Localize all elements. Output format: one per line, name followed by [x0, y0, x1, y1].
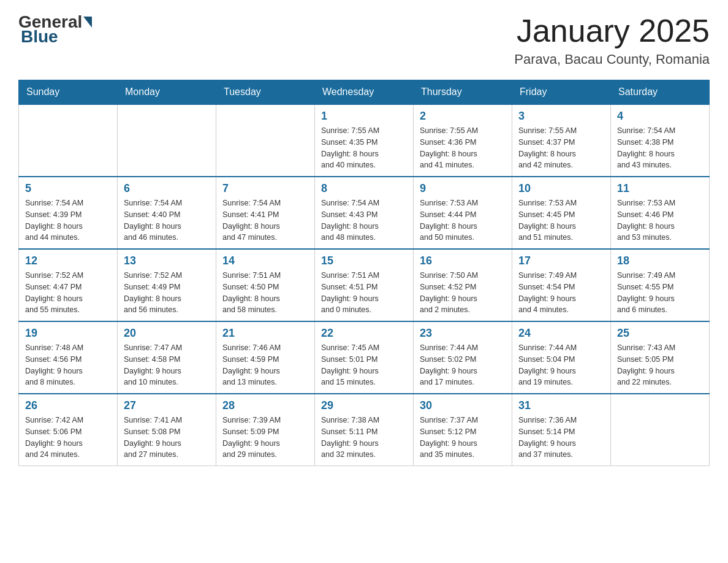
- column-header-monday: Monday: [118, 80, 216, 105]
- day-info: Sunrise: 7:49 AM Sunset: 4:54 PM Dayligh…: [518, 270, 604, 316]
- day-number: 17: [518, 255, 604, 267]
- day-number: 22: [321, 327, 407, 340]
- calendar-table: SundayMondayTuesdayWednesdayThursdayFrid…: [18, 80, 710, 466]
- day-number: 1: [321, 110, 407, 123]
- column-header-thursday: Thursday: [414, 80, 512, 105]
- calendar-cell: 11Sunrise: 7:53 AM Sunset: 4:46 PM Dayli…: [611, 177, 710, 249]
- day-number: 8: [321, 182, 407, 195]
- week-row-5: 26Sunrise: 7:42 AM Sunset: 5:06 PM Dayli…: [19, 394, 710, 466]
- day-info: Sunrise: 7:55 AM Sunset: 4:36 PM Dayligh…: [420, 125, 506, 171]
- calendar-cell: 7Sunrise: 7:54 AM Sunset: 4:41 PM Daylig…: [216, 177, 315, 249]
- calendar-cell: 17Sunrise: 7:49 AM Sunset: 4:54 PM Dayli…: [512, 249, 611, 321]
- day-number: 26: [25, 399, 111, 412]
- calendar-cell: 16Sunrise: 7:50 AM Sunset: 4:52 PM Dayli…: [414, 249, 512, 321]
- day-info: Sunrise: 7:44 AM Sunset: 5:04 PM Dayligh…: [518, 342, 604, 388]
- logo-blue-text: Blue: [21, 27, 58, 46]
- calendar-cell: 3Sunrise: 7:55 AM Sunset: 4:37 PM Daylig…: [512, 104, 611, 177]
- day-number: 4: [617, 110, 703, 123]
- calendar-cell: 9Sunrise: 7:53 AM Sunset: 4:44 PM Daylig…: [414, 177, 512, 249]
- column-header-tuesday: Tuesday: [216, 80, 315, 105]
- week-row-3: 12Sunrise: 7:52 AM Sunset: 4:47 PM Dayli…: [19, 249, 710, 321]
- calendar-cell: [216, 104, 315, 177]
- day-info: Sunrise: 7:51 AM Sunset: 4:51 PM Dayligh…: [321, 270, 407, 316]
- logo: General Blue: [18, 12, 93, 47]
- calendar-cell: 26Sunrise: 7:42 AM Sunset: 5:06 PM Dayli…: [19, 394, 118, 466]
- day-number: 2: [420, 110, 506, 123]
- day-number: 20: [124, 327, 210, 340]
- day-number: 6: [124, 182, 210, 195]
- day-info: Sunrise: 7:48 AM Sunset: 4:56 PM Dayligh…: [25, 342, 111, 388]
- calendar-cell: 2Sunrise: 7:55 AM Sunset: 4:36 PM Daylig…: [414, 104, 512, 177]
- column-header-sunday: Sunday: [19, 80, 118, 105]
- day-info: Sunrise: 7:51 AM Sunset: 4:50 PM Dayligh…: [222, 270, 308, 316]
- day-number: 9: [420, 182, 506, 195]
- day-number: 7: [222, 182, 308, 195]
- calendar-cell: 12Sunrise: 7:52 AM Sunset: 4:47 PM Dayli…: [19, 249, 118, 321]
- calendar-cell: 8Sunrise: 7:54 AM Sunset: 4:43 PM Daylig…: [315, 177, 414, 249]
- column-header-wednesday: Wednesday: [315, 80, 414, 105]
- day-info: Sunrise: 7:45 AM Sunset: 5:01 PM Dayligh…: [321, 342, 407, 388]
- day-info: Sunrise: 7:54 AM Sunset: 4:43 PM Dayligh…: [321, 197, 407, 243]
- week-row-4: 19Sunrise: 7:48 AM Sunset: 4:56 PM Dayli…: [19, 321, 710, 394]
- day-number: 31: [518, 399, 604, 412]
- calendar-cell: 29Sunrise: 7:38 AM Sunset: 5:11 PM Dayli…: [315, 394, 414, 466]
- day-number: 14: [222, 255, 308, 267]
- calendar-cell: 10Sunrise: 7:53 AM Sunset: 4:45 PM Dayli…: [512, 177, 611, 249]
- calendar-cell: 5Sunrise: 7:54 AM Sunset: 4:39 PM Daylig…: [19, 177, 118, 249]
- day-number: 13: [124, 255, 210, 267]
- day-info: Sunrise: 7:43 AM Sunset: 5:05 PM Dayligh…: [617, 342, 703, 388]
- calendar-cell: 20Sunrise: 7:47 AM Sunset: 4:58 PM Dayli…: [118, 321, 216, 394]
- day-number: 24: [518, 327, 604, 340]
- column-header-saturday: Saturday: [611, 80, 710, 105]
- calendar-cell: 6Sunrise: 7:54 AM Sunset: 4:40 PM Daylig…: [118, 177, 216, 249]
- day-info: Sunrise: 7:53 AM Sunset: 4:44 PM Dayligh…: [420, 197, 506, 243]
- day-info: Sunrise: 7:49 AM Sunset: 4:55 PM Dayligh…: [617, 270, 703, 316]
- calendar-cell: 23Sunrise: 7:44 AM Sunset: 5:02 PM Dayli…: [414, 321, 512, 394]
- day-info: Sunrise: 7:52 AM Sunset: 4:49 PM Dayligh…: [124, 270, 210, 316]
- day-number: 15: [321, 255, 407, 267]
- day-number: 18: [617, 255, 703, 267]
- day-number: 23: [420, 327, 506, 340]
- day-number: 27: [124, 399, 210, 412]
- title-area: January 2025 Parava, Bacau County, Roman…: [514, 12, 710, 67]
- day-info: Sunrise: 7:42 AM Sunset: 5:06 PM Dayligh…: [25, 415, 111, 461]
- day-info: Sunrise: 7:39 AM Sunset: 5:09 PM Dayligh…: [222, 415, 308, 461]
- day-number: 28: [222, 399, 308, 412]
- column-header-friday: Friday: [512, 80, 611, 105]
- day-number: 12: [25, 255, 111, 267]
- week-row-2: 5Sunrise: 7:54 AM Sunset: 4:39 PM Daylig…: [19, 177, 710, 249]
- day-info: Sunrise: 7:38 AM Sunset: 5:11 PM Dayligh…: [321, 415, 407, 461]
- day-number: 5: [25, 182, 111, 195]
- day-info: Sunrise: 7:54 AM Sunset: 4:40 PM Dayligh…: [124, 197, 210, 243]
- calendar-cell: 30Sunrise: 7:37 AM Sunset: 5:12 PM Dayli…: [414, 394, 512, 466]
- calendar-cell: [118, 104, 216, 177]
- day-info: Sunrise: 7:50 AM Sunset: 4:52 PM Dayligh…: [420, 270, 506, 316]
- day-info: Sunrise: 7:37 AM Sunset: 5:12 PM Dayligh…: [420, 415, 506, 461]
- calendar-cell: 14Sunrise: 7:51 AM Sunset: 4:50 PM Dayli…: [216, 249, 315, 321]
- day-info: Sunrise: 7:54 AM Sunset: 4:39 PM Dayligh…: [25, 197, 111, 243]
- logo-triangle-icon: [83, 17, 92, 28]
- day-number: 30: [420, 399, 506, 412]
- calendar-cell: 1Sunrise: 7:55 AM Sunset: 4:35 PM Daylig…: [315, 104, 414, 177]
- location-title: Parava, Bacau County, Romania: [514, 52, 710, 67]
- day-number: 11: [617, 182, 703, 195]
- calendar-cell: 22Sunrise: 7:45 AM Sunset: 5:01 PM Dayli…: [315, 321, 414, 394]
- calendar-cell: [611, 394, 710, 466]
- month-title: January 2025: [514, 12, 710, 49]
- calendar-header-row: SundayMondayTuesdayWednesdayThursdayFrid…: [19, 80, 710, 105]
- day-number: 29: [321, 399, 407, 412]
- calendar-cell: [19, 104, 118, 177]
- day-info: Sunrise: 7:47 AM Sunset: 4:58 PM Dayligh…: [124, 342, 210, 388]
- calendar-cell: 15Sunrise: 7:51 AM Sunset: 4:51 PM Dayli…: [315, 249, 414, 321]
- week-row-1: 1Sunrise: 7:55 AM Sunset: 4:35 PM Daylig…: [19, 104, 710, 177]
- calendar-cell: 28Sunrise: 7:39 AM Sunset: 5:09 PM Dayli…: [216, 394, 315, 466]
- page-header: General Blue January 2025 Parava, Bacau …: [18, 12, 710, 67]
- calendar-cell: 31Sunrise: 7:36 AM Sunset: 5:14 PM Dayli…: [512, 394, 611, 466]
- day-number: 16: [420, 255, 506, 267]
- calendar-cell: 4Sunrise: 7:54 AM Sunset: 4:38 PM Daylig…: [611, 104, 710, 177]
- day-info: Sunrise: 7:53 AM Sunset: 4:45 PM Dayligh…: [518, 197, 604, 243]
- calendar-cell: 18Sunrise: 7:49 AM Sunset: 4:55 PM Dayli…: [611, 249, 710, 321]
- day-info: Sunrise: 7:53 AM Sunset: 4:46 PM Dayligh…: [617, 197, 703, 243]
- day-number: 19: [25, 327, 111, 340]
- day-number: 10: [518, 182, 604, 195]
